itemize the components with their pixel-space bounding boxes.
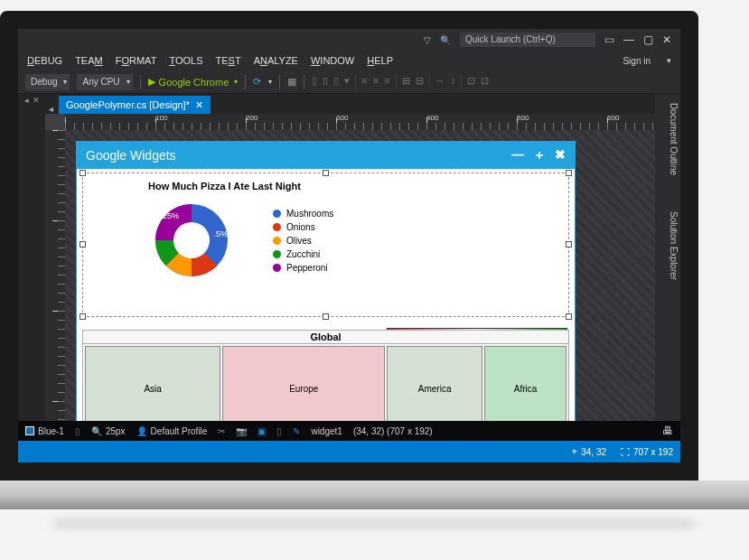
gutter-chevron-icon[interactable]: ◂ — [24, 96, 29, 105]
menu-window[interactable]: WINDOW — [311, 55, 354, 66]
tab-nav-prev-icon[interactable]: ◂ — [49, 104, 53, 114]
donut-chart: 25% .5% — [146, 195, 237, 285]
treemap-cell-america[interactable]: America — [387, 346, 482, 431]
document-outline-tab[interactable]: Document Outline — [669, 103, 679, 175]
resize-handle[interactable] — [80, 170, 86, 176]
profile-chip[interactable]: 👤Default Profile — [136, 426, 208, 436]
align-right-icon[interactable]: ▯ — [333, 75, 339, 89]
align-left-icon[interactable]: ▯ — [312, 75, 317, 89]
treemap-cell-africa[interactable]: Africa — [484, 346, 566, 431]
refresh-icon[interactable]: ⟳ — [253, 76, 261, 88]
resize-handle[interactable] — [80, 313, 86, 320]
cpu-select[interactable]: Any CPU — [77, 74, 132, 90]
minimize-icon[interactable]: — — [623, 33, 634, 46]
resize-handle[interactable] — [80, 241, 86, 247]
treemap-cell-asia[interactable]: Asia — [85, 346, 220, 431]
legend-item: Mushrooms — [273, 207, 333, 220]
widgets-titlebar[interactable]: Google Widgets — ＋ ✖ — [77, 142, 575, 169]
menu-format[interactable]: FORMAT — [116, 55, 157, 66]
close-tab-icon[interactable]: ✕ — [195, 99, 203, 111]
align-center-icon[interactable]: ▯ — [323, 75, 328, 89]
horizontal-ruler: 100 200 300 400 500 600 700 — [65, 114, 655, 130]
menu-analyze[interactable]: ANALYZE — [254, 55, 298, 66]
print-icon[interactable]: 🖶 — [662, 425, 673, 437]
slice-label-pepperoni: 25% — [163, 211, 179, 220]
run-button[interactable]: Google Chrome▾ — [148, 76, 239, 88]
legend-item: Onions — [273, 220, 333, 234]
menu-debug[interactable]: DDEBUGEBUG — [27, 55, 62, 66]
main-toolbar: Debug Any CPU Google Chrome▾ ⟳ ▾ ▦ ▯ ▯ ▯… — [18, 70, 680, 94]
resize-handle[interactable] — [323, 313, 329, 320]
resize-handle[interactable] — [566, 313, 572, 320]
menu-test[interactable]: TEST — [215, 55, 240, 66]
treemap-cell-europe[interactable]: Europe — [222, 346, 385, 431]
menu-help[interactable]: HELP — [367, 55, 393, 66]
close-window-icon[interactable]: ✕ — [662, 33, 671, 46]
menu-team[interactable]: TEAM — [75, 55, 103, 66]
cursor-pos: ⌖34, 32 — [572, 446, 606, 457]
sign-in-chevron-icon[interactable]: ▾ — [667, 56, 671, 65]
toolbox-icon[interactable]: ▦ — [287, 76, 296, 88]
separator: ▯ — [75, 426, 80, 436]
main-menubar: DDEBUGEBUG TEAM FORMAT TOOLS TEST ANALYZ… — [18, 51, 680, 70]
ide-window: ▽ 🔍 Quick Launch (Ctrl+Q) ▭ — ▢ ✕ DDEBUG… — [0, 11, 698, 481]
legend-item: Zucchini — [273, 247, 333, 261]
legend-item: Olives — [273, 234, 333, 247]
gutter-close-icon[interactable]: ✕ — [33, 96, 40, 105]
vertical-ruler — [45, 130, 65, 441]
resize-handle[interactable] — [566, 241, 572, 247]
widgets-close-icon[interactable]: ✖ — [555, 147, 566, 163]
google-widgets-window: Google Widgets — ＋ ✖ — [76, 141, 576, 441]
filter-icon[interactable]: ▽ — [424, 35, 431, 45]
zoom-px[interactable]: 🔍25px — [91, 426, 126, 436]
sign-in-link[interactable]: Sign in — [623, 56, 651, 66]
laptop-base — [0, 481, 749, 509]
pencil-icon[interactable]: ✎ — [293, 426, 300, 436]
pie-chart-widget[interactable]: How Much Pizza I Ate Last Night — [82, 173, 569, 317]
camera-icon[interactable]: 📷 — [236, 426, 247, 436]
legend-item: Pepperoni — [273, 261, 333, 275]
notif-icon[interactable]: ▭ — [604, 33, 614, 46]
widgets-minimize-icon[interactable]: — — [511, 147, 524, 163]
treemap-header: Global — [82, 330, 569, 343]
designer-status-bar: Blue-1 ▯ 🔍25px 👤Default Profile ✂ 📷 ▣ ▯ … — [18, 421, 680, 441]
selected-widget-name: widget1 — [311, 426, 342, 436]
resize-handle[interactable] — [323, 170, 329, 176]
status-bar: ⌖34, 32 ⛶707 x 192 — [18, 441, 680, 462]
theme-chip[interactable]: Blue-1 — [25, 426, 64, 436]
config-select[interactable]: Debug — [25, 74, 70, 90]
search-icon[interactable]: 🔍 — [440, 35, 451, 45]
menu-tools[interactable]: TOOLS — [169, 55, 202, 66]
selected-widget-geom: (34, 32) (707 x 192) — [353, 426, 433, 436]
widgets-add-icon[interactable]: ＋ — [533, 147, 546, 163]
chart-title: How Much Pizza I Ate Last Night — [148, 181, 568, 191]
document-tab[interactable]: GooglePolymer.cs [Design]* ✕ — [59, 96, 211, 114]
slice-label-mushrooms: .5% — [213, 229, 228, 238]
maximize-icon[interactable]: ▢ — [643, 33, 653, 46]
quick-launch-input[interactable]: Quick Launch (Ctrl+Q) — [460, 33, 595, 47]
resize-handle[interactable] — [566, 170, 572, 176]
left-gutter: ◂ ✕ — [18, 94, 45, 441]
sep: ▯ — [276, 426, 282, 436]
chart-legend: Mushrooms Onions Olives Zucchini Peppero… — [273, 207, 333, 275]
selection-size: ⛶707 x 192 — [621, 446, 673, 457]
solution-explorer-tab[interactable]: Solution Explorer — [669, 211, 679, 280]
cut-icon[interactable]: ✂ — [218, 426, 225, 436]
widgets-title: Google Widgets — [86, 148, 176, 163]
selection-icon[interactable]: ▣ — [257, 426, 266, 436]
